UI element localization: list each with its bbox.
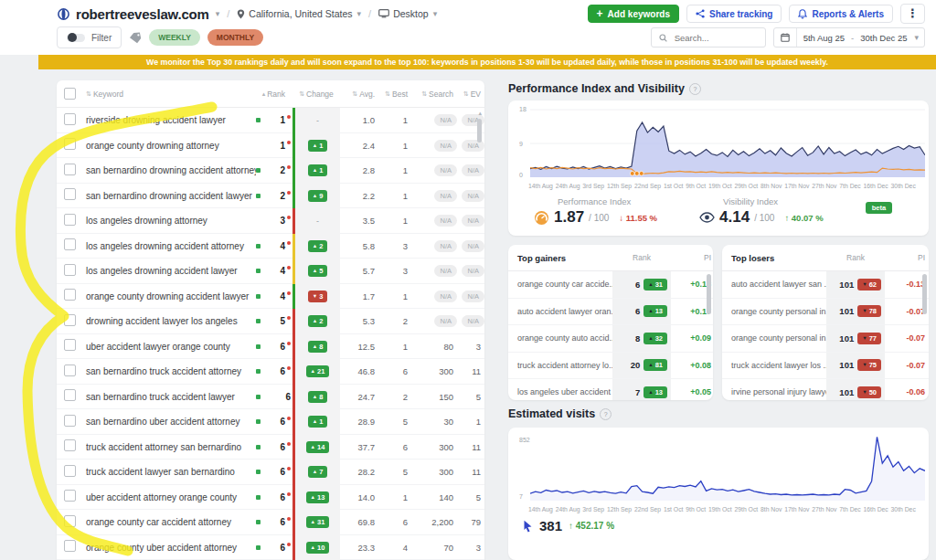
date-range-picker[interactable]: 5th Aug 25 - 30th Dec 25 ▾: [773, 27, 925, 48]
chevron-down-icon: ▾: [357, 9, 362, 18]
table-row[interactable]: los angeles drowning accident lawyer4▲55…: [57, 259, 484, 284]
gainer-row[interactable]: orange county car accide...6▲31+0.18: [508, 271, 713, 299]
table-row[interactable]: drowning accident lawyer los angeles5▲25…: [57, 309, 484, 334]
table-row[interactable]: uber accident attorney orange county6▲13…: [57, 485, 484, 511]
gainer-row[interactable]: orange county auto accid...8▲32+0.09: [508, 325, 713, 353]
scroll-up-arrow[interactable]: ▴: [478, 110, 482, 117]
table-row[interactable]: truck accident lawyer san bernardino6▲72…: [57, 460, 484, 485]
row-checkbox[interactable]: [64, 313, 86, 330]
column-keyword[interactable]: ⇅Keyword: [86, 90, 256, 99]
search-box[interactable]: [651, 27, 766, 48]
top-losers-list: auto accident lawyer san ...101▼62-0.13o…: [722, 271, 929, 400]
sort-icon: ⇅: [352, 90, 357, 98]
change-cell: ▲13: [292, 485, 340, 511]
row-checkbox[interactable]: [64, 112, 86, 129]
row-checkbox[interactable]: [64, 338, 86, 354]
loser-row[interactable]: auto accident lawyer san ...101▼62-0.13: [722, 271, 929, 299]
row-checkbox[interactable]: [64, 163, 86, 179]
table-row[interactable]: riverside drowning accident lawyer1-1.01…: [57, 108, 484, 133]
loser-row[interactable]: truck accident lawyer los ...101▼75-0.07: [722, 353, 929, 380]
more-menu-button[interactable]: ⋮: [900, 4, 925, 24]
column-rank[interactable]: ▴Rank: [267, 90, 292, 99]
select-all-checkbox[interactable]: [64, 88, 86, 100]
reports-alerts-button[interactable]: Reports & Alerts: [789, 5, 893, 23]
change-cell: ▼3: [292, 284, 340, 310]
row-checkbox[interactable]: [64, 414, 86, 430]
gainer-row[interactable]: los angeles uber accident ...7▲13+0.05: [508, 379, 713, 400]
table-row[interactable]: uber accident lawyer orange county6▲812.…: [57, 334, 484, 360]
loser-row[interactable]: orange county personal in...101▼77-0.07: [722, 325, 929, 353]
location-selector[interactable]: California, United States ▾: [237, 8, 361, 19]
table-row[interactable]: san bernardino drowning accident lawyer2…: [57, 184, 484, 209]
table-row[interactable]: san bernardino drowning accident attorne…: [57, 158, 484, 184]
search-input[interactable]: [673, 32, 750, 44]
table-row[interactable]: los angeles drowning accident attorney4▲…: [57, 234, 484, 259]
table-row[interactable]: san bernardino uber accident attorney6▲1…: [57, 409, 484, 435]
column-best[interactable]: ⇅Best: [382, 90, 415, 99]
x-tick-label: 8th Nov: [760, 506, 782, 512]
na-pill: N/A: [434, 215, 457, 227]
ev-value: 3: [461, 342, 484, 352]
row-checkbox[interactable]: [64, 137, 86, 153]
best-value: 4: [382, 543, 415, 553]
best-value: 6: [382, 517, 415, 527]
gainer-row[interactable]: auto accident lawyer oran...6▲13+0.17: [508, 299, 713, 326]
column-ev[interactable]: ⇅EV: [461, 90, 484, 99]
table-scrollbar[interactable]: [477, 119, 482, 143]
row-checkbox[interactable]: [64, 464, 86, 481]
tag-weekly[interactable]: WEEKLY: [149, 29, 200, 46]
table-row[interactable]: orange county drowning attorney1▲12.41N/…: [57, 133, 484, 159]
search-volume: 2,200: [415, 517, 461, 527]
row-checkbox[interactable]: [64, 489, 86, 505]
tag-icon[interactable]: [129, 32, 142, 44]
gainers-pi-column: PI: [671, 253, 711, 262]
loser-row[interactable]: orange county personal in...101▼78-0.07: [722, 299, 929, 326]
visibility-index-stat: Visibility Index 4.14 / 100 ↑ 40.07 %: [699, 196, 824, 227]
x-tick-label: 3rd Sep: [582, 183, 604, 189]
column-avg[interactable]: ⇅Avg.: [340, 90, 382, 99]
table-row[interactable]: truck accident attorney san bernardino6▲…: [57, 435, 484, 460]
row-checkbox[interactable]: [64, 213, 86, 229]
date-end: 30th Dec 25: [854, 33, 913, 43]
arrow-up-icon: ▲: [313, 143, 317, 148]
y-tick: 18: [519, 106, 526, 112]
row-checkbox[interactable]: [64, 388, 86, 405]
share-tracking-button[interactable]: Share tracking: [686, 5, 782, 23]
table-row[interactable]: san bernardino truck accident attorney6▲…: [57, 359, 484, 385]
new-indicator-dot: [287, 241, 291, 245]
na-pill: N/A: [434, 164, 457, 176]
row-checkbox[interactable]: [64, 238, 86, 254]
filter-toggle[interactable]: Filter: [57, 26, 122, 48]
row-checkbox[interactable]: [64, 364, 86, 380]
row-checkbox[interactable]: [64, 187, 86, 204]
filter-switch[interactable]: [67, 34, 85, 42]
tag-monthly[interactable]: MONTHLY: [207, 29, 263, 46]
loser-row[interactable]: irvine personal injury lawyer101▼50-0.06: [722, 379, 929, 400]
row-checkbox[interactable]: [64, 438, 86, 455]
row-checkbox[interactable]: [64, 514, 86, 531]
row-checkbox[interactable]: [64, 539, 86, 555]
row-checkbox[interactable]: [64, 263, 86, 280]
change-badge: ▲21: [306, 365, 330, 377]
tracked-domain[interactable]: robertreeveslaw.com: [76, 6, 209, 22]
gainer-row[interactable]: truck accident attorney lo...20▲81+0.08: [508, 353, 713, 380]
chevron-down-icon[interactable]: ▾: [216, 9, 220, 18]
table-row[interactable]: los angeles drowning attorney3-3.51N/AN/…: [57, 208, 484, 234]
avg-value: 12.5: [340, 342, 382, 352]
table-row[interactable]: orange county car accident attorney6▲316…: [57, 510, 484, 535]
device-selector[interactable]: Desktop ▾: [378, 8, 437, 19]
performance-index-delta: ↓ 11.55 %: [619, 213, 657, 223]
add-keywords-button[interactable]: + Add keywords: [588, 5, 679, 23]
change-badge: ▼62: [857, 279, 881, 291]
row-checkbox[interactable]: [64, 288, 86, 304]
y-tick: 852: [519, 437, 530, 443]
table-row[interactable]: orange county uber accident attorney6▲10…: [57, 535, 484, 560]
column-change[interactable]: ⇅Change: [292, 90, 340, 99]
info-icon[interactable]: ?: [600, 408, 612, 420]
table-row[interactable]: san bernardino truck accident lawyer6▲82…: [57, 385, 484, 410]
info-icon[interactable]: ?: [689, 83, 701, 95]
table-row[interactable]: orange county drowning accident lawyer4▼…: [57, 284, 484, 310]
column-search[interactable]: ⇅Search: [415, 90, 461, 99]
gainers-scrollbar[interactable]: [707, 274, 711, 314]
losers-scrollbar[interactable]: [922, 274, 927, 314]
